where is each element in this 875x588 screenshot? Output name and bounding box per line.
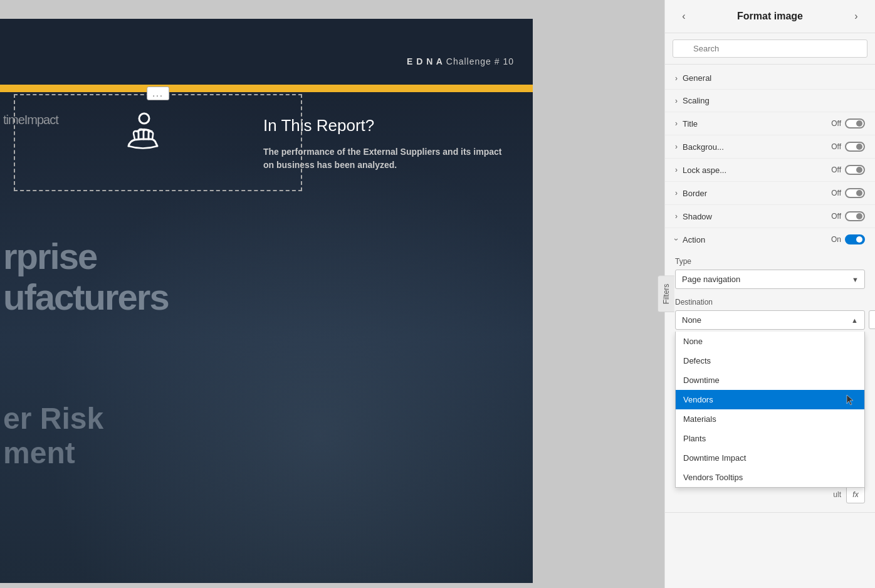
background-toggle-area: Off	[831, 142, 865, 152]
search-wrapper: 🔍	[673, 39, 867, 58]
search-container: 🔍	[665, 33, 875, 65]
title-toggle-area: Off	[831, 118, 865, 129]
background-toggle-label: Off	[831, 142, 841, 151]
yellow-stripe	[0, 85, 533, 92]
action-toggle[interactable]	[845, 234, 865, 244]
section-general-label: General	[683, 73, 865, 83]
filters-tab[interactable]: Filters	[658, 276, 674, 313]
type-dropdown[interactable]: Page navigation Bookmark URL	[675, 270, 865, 289]
dest-option-vendors-tooltips[interactable]: Vendors Tooltips	[676, 468, 864, 487]
section-title-label: Title	[683, 119, 831, 129]
cursor-icon	[846, 394, 854, 406]
section-background[interactable]: › Backgrou... Off	[665, 135, 875, 159]
section-lock-aspect[interactable]: › Lock aspe... Off	[665, 159, 875, 182]
title-toggle-label: Off	[831, 119, 841, 128]
selected-box-handle[interactable]: ...	[147, 87, 169, 100]
destination-area: None ▲ None Defects Downtime Vendors	[675, 310, 865, 330]
dest-option-vendors[interactable]: Vendors	[676, 390, 864, 409]
destination-label: Destination	[675, 298, 865, 307]
nav-back-button[interactable]: ‹	[675, 8, 693, 25]
chevron-action-icon: ›	[672, 238, 681, 241]
default-label: ult	[833, 490, 841, 499]
report-header: E D N A Challenge # 10	[407, 56, 514, 66]
chevron-title-icon: ›	[675, 119, 678, 128]
border-toggle-area: Off	[831, 188, 865, 198]
border-toggle-label: Off	[831, 189, 841, 197]
selected-box[interactable]: ...	[14, 94, 302, 191]
panel-title: Format image	[693, 11, 847, 22]
fx-label-2: fx	[852, 490, 858, 499]
section-background-label: Backgrou...	[683, 142, 831, 152]
destination-open-list: None Defects Downtime Vendors Materials …	[675, 332, 865, 488]
dest-option-none[interactable]: None	[676, 332, 864, 351]
title-toggle[interactable]	[845, 118, 865, 129]
default-fx-button[interactable]: fx	[846, 486, 865, 503]
brand-text: E D N A	[407, 56, 443, 66]
panel-header: ‹ Format image ›	[665, 0, 875, 33]
section-border[interactable]: › Border Off	[665, 182, 875, 205]
chevron-general-icon: ›	[675, 74, 678, 83]
section-action: › Action On Type Page navigation Bookmar…	[665, 228, 875, 513]
action-header[interactable]: › Action On	[665, 228, 875, 251]
destination-value: None	[682, 315, 701, 325]
section-scaling-label: Scaling	[683, 96, 865, 105]
section-scaling[interactable]: › Scaling	[665, 90, 875, 112]
dest-option-plants[interactable]: Plants	[676, 429, 864, 448]
border-toggle[interactable]	[845, 188, 865, 198]
dest-option-materials[interactable]: Materials	[676, 409, 864, 429]
chevron-lock-icon: ›	[675, 165, 678, 174]
ment-text: ment	[3, 436, 75, 470]
destination-dropdown[interactable]: None ▲	[675, 310, 865, 330]
destination-fx-button[interactable]: fx	[869, 310, 875, 329]
background-toggle[interactable]	[845, 142, 865, 152]
lock-toggle[interactable]	[845, 165, 865, 175]
chevron-shadow-icon: ›	[675, 212, 678, 221]
challenge-text: Challenge # 10	[446, 56, 514, 66]
chevron-scaling-icon: ›	[675, 97, 678, 105]
right-panel: Filters ‹ Format image › 🔍 › General › S…	[664, 0, 875, 588]
search-input[interactable]	[673, 39, 867, 58]
action-toggle-label: On	[831, 235, 841, 244]
lock-toggle-label: Off	[831, 165, 841, 174]
shadow-toggle-area: Off	[831, 211, 865, 221]
type-dropdown-wrapper: Page navigation Bookmark URL ▼	[675, 270, 865, 289]
rprise-text: rprise	[3, 235, 97, 277]
chevron-background-icon: ›	[675, 142, 678, 151]
lock-toggle-area: Off	[831, 165, 865, 175]
type-label: Type	[675, 257, 865, 266]
section-general[interactable]: › General	[665, 67, 875, 90]
canvas-area: E D N A Challenge # 10 ... timeImpact	[0, 0, 664, 588]
section-title[interactable]: › Title Off	[665, 112, 875, 135]
nav-forward-button[interactable]: ›	[847, 8, 865, 25]
section-shadow-label: Shadow	[683, 212, 831, 221]
chevron-border-icon: ›	[675, 189, 678, 197]
action-content: Type Page navigation Bookmark URL ▼ Dest…	[665, 251, 875, 512]
section-action-label: Action	[683, 235, 831, 244]
dest-option-downtime-impact[interactable]: Downtime Impact	[676, 448, 864, 468]
shadow-toggle[interactable]	[845, 211, 865, 221]
section-lock-label: Lock aspe...	[683, 165, 831, 175]
destination-dropdown-container: None ▲ None Defects Downtime Vendors	[675, 310, 865, 330]
section-border-label: Border	[683, 189, 831, 198]
er-risk-text: er Risk	[3, 401, 103, 436]
section-shadow[interactable]: › Shadow Off	[665, 205, 875, 228]
shadow-toggle-label: Off	[831, 212, 841, 221]
sections-list: › General › Scaling › Title Off › Backgr…	[665, 65, 875, 588]
dest-option-downtime[interactable]: Downtime	[676, 370, 864, 390]
action-toggle-area: On	[831, 234, 865, 244]
report-container: E D N A Challenge # 10 ... timeImpact	[0, 19, 533, 583]
dest-option-defects[interactable]: Defects	[676, 351, 864, 370]
ufacturers-text: ufacturers	[3, 276, 169, 318]
destination-chevron-up-icon: ▲	[851, 317, 858, 324]
